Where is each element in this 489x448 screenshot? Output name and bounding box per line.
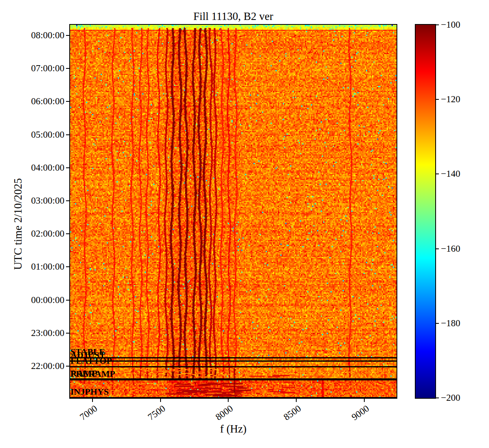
x-axis-label: f (Hz) xyxy=(70,423,396,435)
y-tick xyxy=(66,35,69,36)
chart-title: Fill 11130, B2 ver xyxy=(70,10,396,23)
y-tick-label: 08:00:00 xyxy=(0,30,64,41)
y-tick-label: 02:00:00 xyxy=(0,228,64,239)
y-tick-label: 01:00:00 xyxy=(0,261,64,272)
colorbar-tick-label: −180 xyxy=(441,318,460,329)
beam-mode-label: INJPHYS xyxy=(70,387,109,397)
x-tick-label: 7000 xyxy=(78,403,99,423)
x-tick xyxy=(92,399,93,402)
colorbar-tick xyxy=(436,248,439,249)
colorbar-tick-label: −140 xyxy=(441,169,460,179)
y-axis-label: UTC time 2/10/2025 xyxy=(12,178,24,270)
colorbar-tick xyxy=(436,173,439,174)
y-tick-label: 05:00:00 xyxy=(0,130,64,140)
x-tick xyxy=(296,399,297,402)
y-tick xyxy=(66,333,69,334)
colorbar-tick xyxy=(436,397,439,398)
y-tick-label: 07:00:00 xyxy=(0,63,64,74)
y-tick-label: 22:00:00 xyxy=(0,361,64,371)
x-tick xyxy=(160,399,161,402)
spectrogram-canvas xyxy=(70,25,396,398)
y-tick xyxy=(66,366,69,367)
y-tick-label: 06:00:00 xyxy=(0,96,64,107)
y-tick xyxy=(66,68,69,69)
colorbar-tick xyxy=(436,24,439,25)
x-tick-label: 7500 xyxy=(146,403,167,423)
beam-mode-line xyxy=(70,379,396,380)
y-tick-label: 04:00:00 xyxy=(0,163,64,173)
beam-mode-line xyxy=(70,397,396,398)
y-tick xyxy=(66,266,69,267)
y-tick xyxy=(66,134,69,135)
y-tick xyxy=(66,300,69,301)
x-tick-label: 8000 xyxy=(214,403,236,423)
y-tick-label: 23:00:00 xyxy=(0,328,64,338)
colorbar-tick-label: −160 xyxy=(441,244,460,254)
y-tick xyxy=(66,200,69,201)
figure: Fill 11130, B2 ver UTC time 2/10/2025 08… xyxy=(0,0,489,448)
x-tick xyxy=(228,399,229,402)
y-tick xyxy=(66,167,69,168)
x-tick-label: 9000 xyxy=(350,403,371,423)
y-tick xyxy=(66,101,69,102)
colorbar-tick xyxy=(436,99,439,100)
colorbar-tick-label: −200 xyxy=(441,393,460,403)
beam-mode-label: PRERAMP xyxy=(70,369,115,379)
beam-mode-line xyxy=(70,360,396,362)
beam-mode-label: FLATTOP xyxy=(70,356,112,366)
x-tick xyxy=(364,399,365,402)
y-tick-label: 03:00:00 xyxy=(0,195,64,206)
x-tick-label: 8500 xyxy=(282,403,303,423)
colorbar-tick-label: −100 xyxy=(441,20,460,30)
colorbar xyxy=(415,24,436,399)
beam-mode-line xyxy=(70,366,396,367)
beam-mode-line xyxy=(70,357,396,358)
colorbar-tick xyxy=(436,323,439,324)
y-tick-label: 00:00:00 xyxy=(0,295,64,305)
colorbar-tick-label: −120 xyxy=(441,94,460,105)
y-tick xyxy=(66,233,69,234)
